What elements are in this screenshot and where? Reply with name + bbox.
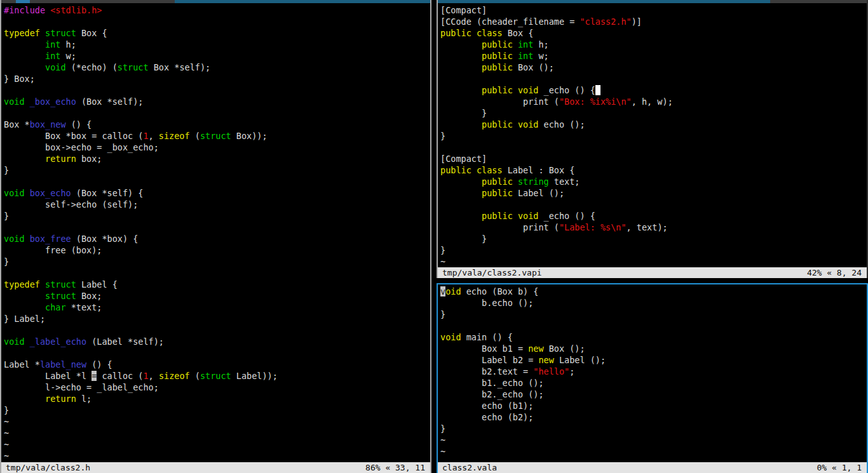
code-line: ~ [440,434,867,446]
code-token: _echo () { [538,211,595,221]
code-area-class2-vala[interactable]: void echo (Box b) { b.echo ();}void main… [438,284,867,462]
code-token: *text; [66,302,102,312]
code-line: public int h; [440,39,867,50]
code-token: void [518,211,539,221]
code-line: } [4,164,430,176]
code-line: #include <stdlib.h> [4,4,430,16]
code-token [513,85,518,95]
code-token: class [477,28,503,38]
code-token: new [528,343,543,354]
code-line: public Box (); [440,62,867,73]
code-token: int [45,51,60,61]
code-token: , [149,371,159,381]
code-token: struct [200,371,231,381]
code-line: public void _echo () { [440,84,867,96]
pane-divider-vertical[interactable] [431,0,437,473]
code-line: public void _echo () { [440,210,867,222]
code-token [440,51,482,61]
code-line [4,176,430,187]
code-line: b2._echo (); [440,389,867,400]
code-token: public [440,28,471,38]
code-area-class2-h[interactable]: #include <stdlib.h>typedef struct Box { … [1,3,430,462]
code-token: () { [86,359,112,370]
statusbar-position: 42% « 8, 24 [807,267,862,278]
code-token: [Compact] [440,154,487,164]
code-token: Box (); [513,62,554,72]
pane-divider-horizontal[interactable] [437,278,868,283]
code-token: "hello" [533,366,569,376]
code-token: ( [190,371,200,381]
code-token: box; [76,154,102,164]
code-token: } Label; [4,314,45,324]
code-token: , h, w); [632,97,673,107]
code-token: free (box); [4,245,102,255]
statusbar-position: 86% « 33, 11 [365,462,425,473]
code-token: Label * [4,359,40,370]
code-token: Label b2 = [440,355,538,365]
code-token [471,28,477,38]
code-line: } [440,309,867,320]
code-line: int w; [4,50,430,62]
code-token: struct [45,28,76,38]
code-token: void [4,188,25,198]
code-token: (Label *self); [86,336,164,347]
code-line: void _label_echo (Label *self); [4,336,430,347]
code-token [440,62,482,72]
code-token: string [518,177,549,187]
code-token: ~ [440,256,445,267]
code-line [440,73,867,84]
code-token: print ( [440,97,559,107]
code-token: ; [569,366,574,376]
code-token: Label (); [554,355,606,365]
code-token [45,5,50,15]
code-token [440,119,482,130]
code-token: struct [200,131,231,141]
code-line: print ("Label: %s\n", text); [440,222,867,233]
code-token: } [4,256,9,267]
code-token [440,177,482,187]
code-token: (*echo) ( [66,62,118,72]
code-line: ~ [4,450,430,462]
right-column: [Compact][CCode (cheader_filename = "cla… [437,0,868,473]
code-line: public class Label : Box { [440,164,867,176]
code-token: void [440,332,461,342]
code-token [513,211,518,221]
editor-pane-class2-vala-active[interactable]: void echo (Box b) { b.echo ();}void main… [437,283,868,473]
pane-top-border-segment [1,0,16,3]
code-token [513,39,518,50]
code-token: public [482,177,513,187]
code-token [4,51,45,61]
code-token: 1 [143,131,148,141]
code-token: Box *box = calloc ( [4,131,143,141]
code-token: oid [445,286,461,296]
code-token: Box)); [231,131,268,141]
code-token: _box_echo [30,97,76,107]
code-token: public [440,165,471,175]
statusbar-class2-h: tmp/vala/class2.h 86% « 33, 11 [1,462,430,473]
code-line: return box; [4,153,430,164]
code-line: } [440,233,867,244]
code-line: } [4,256,430,267]
pane-top-border-segment [30,0,175,3]
code-token: calloc ( [97,371,143,381]
code-token: class [477,165,503,175]
code-line [4,324,430,336]
code-line: } [440,130,867,142]
code-line [440,320,867,331]
code-token: l->echo = _label_echo; [4,382,159,392]
editor-pane-class2-h[interactable]: #include <stdlib.h>typedef struct Box { … [0,0,431,473]
code-token: } [4,165,9,175]
code-token: } Box; [4,74,35,84]
code-token: } [4,405,9,415]
code-token: text; [549,177,580,187]
code-token: struct [45,291,76,301]
code-token: echo (b1); [440,401,533,411]
editor-pane-class2-vapi[interactable]: [Compact][CCode (cheader_filename = "cla… [437,0,868,278]
code-token: } [440,309,445,319]
code-token [513,119,518,130]
code-line: echo (b2); [440,411,867,423]
code-token [513,51,518,61]
code-token: Box b1 = [440,343,528,354]
statusbar-class2-vapi: tmp/vala/class2.vapi 42% « 8, 24 [438,267,867,278]
code-area-class2-vapi[interactable]: [Compact][CCode (cheader_filename = "cla… [438,3,867,267]
